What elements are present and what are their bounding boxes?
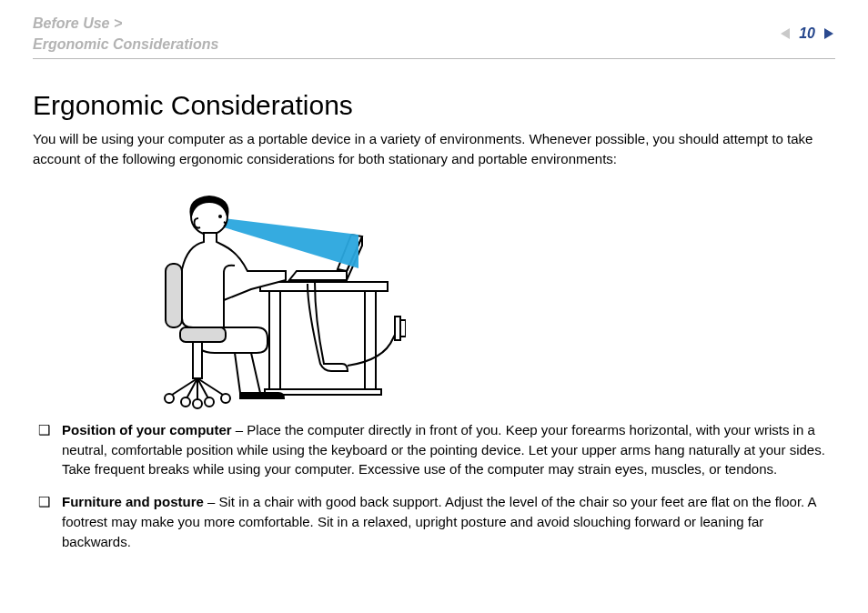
bullet-marker-icon: ❑	[33, 420, 62, 440]
page-title: Ergonomic Considerations	[33, 90, 835, 120]
svg-rect-14	[193, 342, 202, 378]
svg-rect-12	[166, 264, 182, 327]
list-item: ❑ Furniture and posture – Sit in a chair…	[33, 492, 835, 551]
bullet-list: ❑ Position of your computer – Place the …	[33, 420, 835, 552]
svg-rect-13	[180, 327, 226, 342]
bullet-marker-icon: ❑	[33, 492, 62, 512]
svg-marker-1	[824, 28, 833, 39]
svg-marker-6	[289, 271, 347, 280]
breadcrumb-separator: >	[114, 15, 122, 31]
svg-rect-4	[365, 291, 376, 391]
page-content: Ergonomic Considerations You will be usi…	[33, 59, 835, 551]
list-item-text: Position of your computer – Place the co…	[62, 420, 835, 479]
svg-rect-2	[260, 282, 388, 291]
page-header: Before Use > Ergonomic Considerations 10	[33, 13, 835, 59]
next-page-icon[interactable]	[821, 26, 835, 41]
page-navigator: 10	[779, 25, 835, 42]
ergonomics-illustration	[133, 182, 835, 413]
list-item-lead: Position of your computer	[62, 422, 232, 437]
breadcrumb-section: Before Use	[33, 15, 109, 31]
list-item: ❑ Position of your computer – Place the …	[33, 420, 835, 479]
svg-marker-0	[781, 28, 790, 39]
svg-point-11	[218, 215, 222, 218]
svg-point-22	[193, 399, 202, 408]
breadcrumb: Before Use > Ergonomic Considerations	[33, 13, 218, 55]
intro-paragraph: You will be using your computer as a por…	[33, 129, 835, 169]
prev-page-icon[interactable]	[779, 26, 793, 41]
page-number: 10	[797, 25, 817, 42]
svg-rect-3	[269, 291, 280, 391]
svg-point-23	[205, 397, 214, 407]
list-item-lead: Furniture and posture	[62, 494, 204, 509]
svg-point-20	[165, 394, 174, 403]
svg-point-24	[221, 394, 230, 403]
breadcrumb-page: Ergonomic Considerations	[33, 36, 218, 52]
svg-marker-9	[224, 218, 358, 268]
svg-point-21	[181, 397, 190, 407]
document-page: Before Use > Ergonomic Considerations 10…	[0, 0, 868, 613]
list-item-text: Furniture and posture – Sit in a chair w…	[62, 492, 835, 551]
svg-rect-26	[395, 317, 400, 340]
